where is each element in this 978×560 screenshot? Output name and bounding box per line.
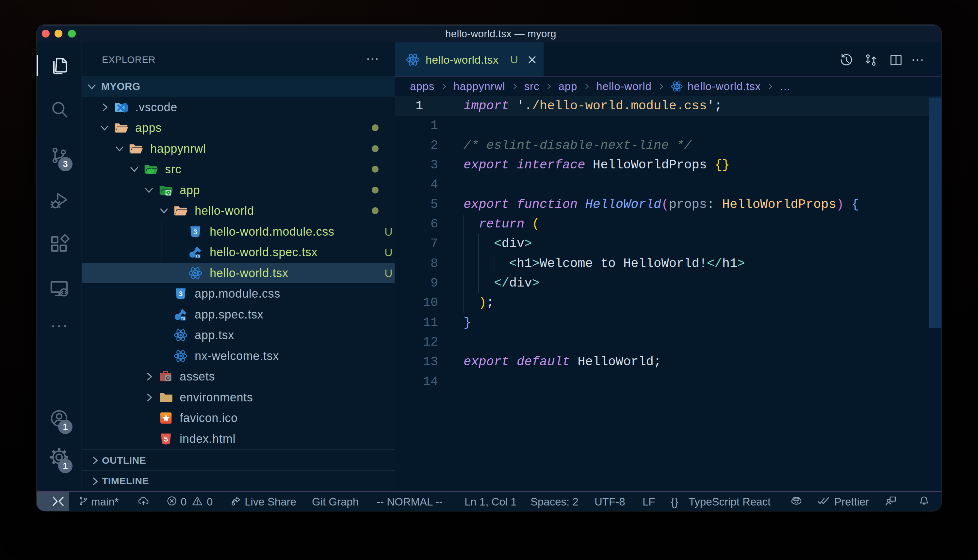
svg-text:TS: TS bbox=[181, 316, 186, 320]
svg-text:3: 3 bbox=[193, 228, 197, 236]
svg-text:3: 3 bbox=[179, 290, 182, 298]
svg-text:TS: TS bbox=[196, 254, 200, 258]
svg-text:5: 5 bbox=[164, 435, 168, 443]
